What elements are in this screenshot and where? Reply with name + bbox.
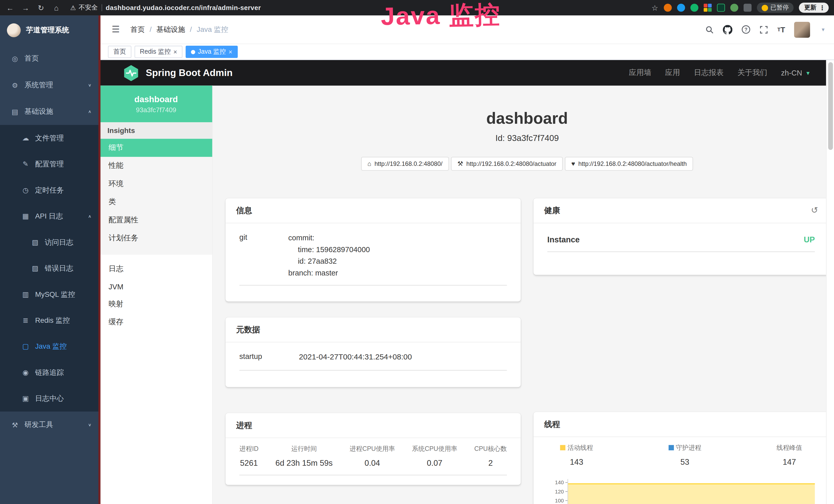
sba-content: dashboard Id: 93a3fc7f7409 ⌂ http://192.… (213, 86, 834, 504)
sba-header: Spring Boot Admin 应用墙 应用 日志报表 关于我们 zh-CN… (100, 60, 834, 86)
heartbeat-icon: ♥ (571, 160, 575, 167)
font-size-icon[interactable]: TT (777, 25, 785, 33)
paused-label: 已暂停 (771, 4, 789, 12)
tools-icon: ⚒ (10, 421, 19, 429)
scrollbar-thumb[interactable] (828, 62, 833, 150)
breadcrumb-infrastructure[interactable]: 基础设施 (156, 25, 185, 34)
breadcrumb-separator (190, 25, 192, 33)
menu-item-performance[interactable]: 性能 (100, 157, 212, 175)
avatar-caret-down-icon[interactable]: ▼ (821, 27, 825, 32)
process-card: 进程 进程ID 5261 (225, 413, 521, 485)
paused-extension-badge[interactable]: 已暂停 (757, 3, 794, 13)
sidebar-item-api-logs[interactable]: ▦ API 日志 ∧ (0, 203, 100, 229)
service-url-link[interactable]: ⌂ http://192.168.0.2:48080/ (361, 157, 449, 171)
sidebar-item-infrastructure[interactable]: ▤ 基础设施 ∧ (0, 98, 100, 125)
chevron-down-icon: ▼ (805, 70, 811, 76)
health-card: 健康 ↺ Instance UP (533, 198, 829, 275)
sidebar-item-redis-monitor[interactable]: ≣ Redis 监控 (0, 307, 100, 333)
forward-icon[interactable]: → (21, 3, 30, 12)
instance-id: 93a3fc7f7409 (104, 105, 208, 115)
menu-item-jvm[interactable]: JVM (100, 278, 212, 295)
menu-item-environment[interactable]: 环境 (100, 175, 212, 193)
extension-icon-grid[interactable] (704, 4, 711, 12)
tab-java-monitor[interactable]: Java 监控 × (186, 46, 238, 58)
sidebar-item-config-management[interactable]: ✎ 配置管理 (0, 151, 100, 177)
user-avatar[interactable] (794, 22, 810, 38)
instance-header[interactable]: dashboard 93a3fc7f7409 (100, 86, 212, 122)
help-icon[interactable]: ? (742, 25, 751, 34)
menu-item-details[interactable]: 细节 (100, 139, 212, 157)
extension-icon-on-badge[interactable] (717, 4, 725, 12)
sba-nav-about[interactable]: 关于我们 (738, 68, 767, 77)
sidebar-item-trace[interactable]: ◉ 链路追踪 (0, 360, 100, 385)
sba-nav-journal[interactable]: 日志报表 (694, 68, 724, 77)
layers-icon: ≣ (21, 316, 30, 324)
navbar-actions: ? TT ▼ (706, 22, 826, 38)
card-title: 进程 (236, 420, 252, 431)
sidebar-item-log-center[interactable]: ▣ 日志中心 (0, 385, 100, 411)
sidebar-item-home[interactable]: ◎ 首页 (0, 45, 100, 72)
sidebar-submenu-infrastructure: ☁ 文件管理 ✎ 配置管理 ◷ 定时任务 ▦ API 日志 ∧ ▧ (0, 125, 100, 412)
health-instance-row[interactable]: Instance UP (547, 226, 815, 252)
menu-item-mappings[interactable]: 映射 (100, 295, 212, 313)
log-center-icon: ▣ (21, 395, 30, 403)
menu-kebab-icon[interactable]: ⋮ (819, 4, 826, 12)
page-scrollbar[interactable] (826, 60, 834, 504)
legend-blue-square (668, 445, 674, 450)
back-icon[interactable]: ← (5, 3, 15, 12)
sidebar-item-scheduled-tasks[interactable]: ◷ 定时任务 (0, 177, 100, 203)
close-icon[interactable]: × (228, 48, 233, 55)
trace-icon: ◉ (21, 368, 30, 376)
sidebar-item-file-management[interactable]: ☁ 文件管理 (0, 125, 100, 151)
sidebar-item-dev-tools[interactable]: ⚒ 研发工具 ∨ (0, 412, 100, 438)
reload-icon[interactable]: ↻ (36, 3, 46, 12)
security-warning[interactable]: ⚠ 不安全 (70, 3, 97, 12)
stat-system-cpu: 系统CPU使用率 0.07 (412, 444, 458, 467)
menu-item-caches[interactable]: 缓存 (100, 313, 212, 331)
sidebar-item-error-logs[interactable]: ▨ 错误日志 (0, 255, 100, 281)
browser-actions: ☆ 已暂停 更新 ⋮ (652, 3, 829, 13)
chrome-update-button[interactable]: 更新 ⋮ (799, 3, 829, 13)
cloud-icon: ☁ (21, 134, 30, 142)
locale-select[interactable]: zh-CN ▼ (781, 69, 811, 77)
breadcrumb-home[interactable]: 首页 (130, 25, 145, 34)
sidebar-item-java-monitor[interactable]: ▢ Java 监控 (0, 333, 100, 359)
sba-nav: 应用墙 应用 日志报表 关于我们 zh-CN ▼ (629, 68, 818, 77)
sidebar-item-system-management[interactable]: ⚙ 系统管理 ∨ (0, 72, 100, 98)
extension-icon-orange[interactable] (663, 4, 672, 12)
sba-brand[interactable]: Spring Boot Admin (122, 64, 233, 82)
bookmark-star-icon[interactable]: ☆ (652, 3, 658, 12)
menu-item-classes[interactable]: 类 (100, 193, 212, 211)
process-stats: 进程ID 5261 运行时间 6d 23h 15m 59s (239, 444, 507, 475)
extension-icon-blue[interactable] (677, 4, 685, 12)
tab-home[interactable]: 首页 (108, 46, 131, 58)
github-icon[interactable] (723, 25, 732, 34)
menu-item-logs[interactable]: 日志 (100, 260, 212, 278)
menu-item-scheduled-tasks[interactable]: 计划任务 (100, 229, 212, 247)
close-icon[interactable]: × (173, 48, 177, 55)
sidebar-item-mysql-monitor[interactable]: ▥ MySQL 监控 (0, 281, 100, 307)
edit-icon: ✎ (21, 160, 30, 168)
monitor-icon: ▤ (10, 108, 19, 116)
sba-nav-wallboard[interactable]: 应用墙 (629, 68, 651, 77)
browser-home-icon[interactable]: ⌂ (52, 3, 61, 12)
sidebar-item-access-logs[interactable]: ▧ 访问日志 (0, 229, 100, 255)
extension-icon-leaf[interactable] (730, 4, 738, 12)
history-icon[interactable]: ↺ (811, 205, 818, 216)
java-monitor-icon: ▢ (21, 343, 30, 350)
fullscreen-icon[interactable] (760, 25, 768, 33)
search-icon[interactable] (706, 25, 714, 33)
health-url-link[interactable]: ♥ http://192.168.0.2:48080/actuator/heal… (565, 157, 693, 171)
actuator-url-link[interactable]: ⚒ http://192.168.0.2:48080/actuator (451, 157, 563, 171)
chart-y-axis: 140 120 100 (547, 477, 568, 504)
legend-daemon-threads: 守护进程 53 (668, 443, 701, 466)
breadcrumb: 首页 基础设施 Java 监控 (130, 25, 228, 34)
menu-item-config-props[interactable]: 配置属性 (100, 211, 212, 229)
extensions-puzzle-icon[interactable] (743, 4, 751, 12)
extension-icon-green-check[interactable] (690, 4, 698, 12)
address-bar[interactable]: ⚠ 不安全 dashboard.yudao.iocoder.cn/infra/a… (70, 3, 261, 12)
sba-nav-applications[interactable]: 应用 (665, 68, 680, 77)
collapse-sidebar-icon[interactable]: ☰ (112, 24, 120, 35)
tab-redis-monitor[interactable]: Redis 监控 × (135, 46, 182, 58)
wrench-icon: ⚒ (458, 160, 463, 167)
